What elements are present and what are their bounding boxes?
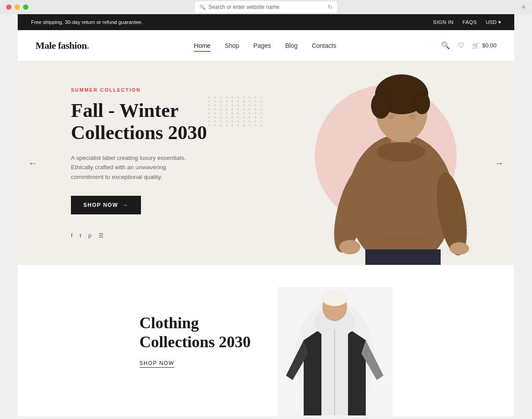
mac-window: 🔍 Search or enter website name ↻ +: [0, 0, 532, 14]
titlebar: 🔍 Search or enter website name ↻ +: [0, 4, 532, 14]
collections-section: Clothing Collections 2030 SHOP NOW: [18, 265, 514, 416]
svg-rect-14: [379, 236, 423, 241]
close-button[interactable]: [6, 4, 12, 10]
slider-next-button[interactable]: →: [491, 155, 507, 171]
nav-pages[interactable]: Pages: [254, 42, 271, 49]
svg-point-5: [371, 92, 391, 119]
collections-text: Clothing Collections 2030 SHOP NOW: [140, 287, 251, 367]
collections-title-line1: Clothing: [140, 314, 199, 332]
site-wrapper: Free shipping, 30-day return or refund g…: [18, 14, 514, 416]
collections-image: [277, 287, 392, 416]
hero-title-line1: Fall - Winter: [71, 100, 179, 121]
cart-price: $0.00: [482, 42, 497, 49]
currency-label: USD: [486, 19, 497, 25]
search-icon: 🔍: [200, 4, 206, 10]
collections-title-line2: Collections 2030: [140, 333, 251, 351]
jacket-image: [277, 287, 392, 416]
nav-shop[interactable]: Shop: [225, 42, 239, 49]
site-logo[interactable]: Male fashion.: [35, 40, 89, 51]
logo-dot: .: [87, 40, 89, 51]
hero-description: A specialist label creating luxury essen…: [71, 153, 195, 182]
svg-point-2: [376, 142, 425, 162]
browser-content: Free shipping, 30-day return or refund g…: [18, 14, 514, 416]
nav-contacts[interactable]: Contacts: [312, 42, 336, 49]
instagram-icon[interactable]: ☰: [98, 232, 104, 239]
wishlist-icon[interactable]: ♡: [458, 41, 464, 50]
shipping-text: Free shipping, 30-day return or refund g…: [31, 19, 143, 25]
pinterest-icon[interactable]: p: [88, 232, 91, 239]
new-tab-button[interactable]: +: [521, 3, 526, 12]
nav-home[interactable]: Home: [194, 42, 211, 49]
hero-image-area: [284, 61, 488, 265]
svg-point-12: [450, 242, 469, 255]
site-header: Male fashion. Home Shop Pages Blog Conta…: [18, 30, 514, 61]
svg-point-20: [321, 290, 348, 306]
maximize-button[interactable]: [23, 4, 28, 10]
faqs-link[interactable]: FAQS: [462, 19, 477, 25]
svg-point-8: [409, 114, 416, 119]
arrow-right-icon: →: [122, 202, 129, 208]
nav-blog[interactable]: Blog: [285, 42, 297, 49]
main-nav: Home Shop Pages Blog Contacts: [194, 42, 336, 49]
address-bar-text: Search or enter website name: [208, 4, 279, 10]
window-buttons: [6, 4, 28, 10]
search-icon[interactable]: 🔍: [441, 41, 450, 50]
svg-rect-13: [365, 249, 441, 265]
hero-label: SUMMER COLLECTION: [71, 87, 207, 93]
hero-title: Fall - Winter Collections 2030: [71, 100, 207, 144]
slider-prev-button[interactable]: ←: [25, 155, 41, 171]
refresh-icon[interactable]: ↻: [328, 4, 332, 11]
dots-pattern-left: (function(){ var dp = document.querySele…: [208, 97, 264, 126]
hero-title-line2: Collections 2030: [71, 122, 207, 144]
social-links: f t p ☰: [71, 232, 207, 239]
cart-button[interactable]: 🛒 $0.00: [472, 42, 497, 49]
header-icons: 🔍 ♡ 🛒 $0.00: [441, 41, 497, 50]
top-bar: Free shipping, 30-day return or refund g…: [18, 14, 514, 30]
svg-point-6: [414, 92, 430, 114]
svg-point-7: [387, 114, 395, 119]
collections-shop-link[interactable]: SHOP NOW: [140, 360, 174, 368]
hero-section: (function(){ var dp = document.querySele…: [18, 61, 514, 265]
facebook-icon[interactable]: f: [71, 232, 73, 239]
twitter-icon[interactable]: t: [80, 232, 82, 239]
shop-now-button[interactable]: SHOP NOW →: [71, 196, 141, 214]
currency-selector[interactable]: USD ▾: [486, 19, 501, 25]
minimize-button[interactable]: [15, 4, 20, 10]
address-bar[interactable]: 🔍 Search or enter website name ↻: [195, 1, 337, 13]
collections-title: Clothing Collections 2030: [140, 314, 251, 352]
svg-point-11: [339, 240, 360, 254]
hero-content: SUMMER COLLECTION Fall - Winter Collecti…: [18, 87, 207, 239]
logo-text: Male fashion: [35, 40, 87, 51]
cart-icon: 🛒: [472, 42, 479, 49]
chevron-down-icon: ▾: [498, 19, 501, 25]
top-bar-right: SIGN IN FAQS USD ▾: [433, 19, 501, 25]
shop-now-label: SHOP NOW: [83, 202, 118, 208]
hero-person-image: [325, 63, 476, 265]
sign-in-link[interactable]: SIGN IN: [433, 19, 454, 25]
